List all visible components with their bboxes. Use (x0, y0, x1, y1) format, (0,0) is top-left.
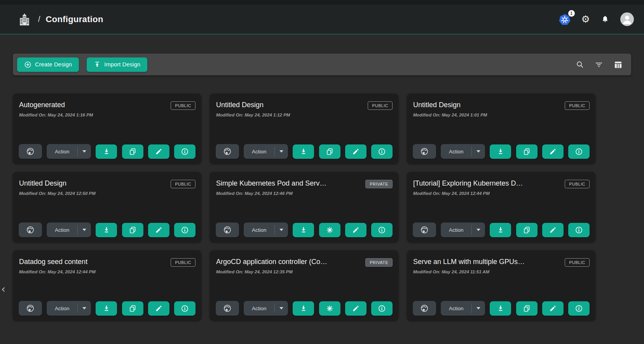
info-icon (378, 304, 386, 313)
visibility-badge: PUBLIC (565, 180, 590, 188)
card-actions: Action (216, 301, 393, 316)
modified-on-text: Modified On: May 24, 2024 12:44 PM (19, 269, 195, 274)
info-button[interactable] (371, 223, 393, 237)
gear-icon[interactable]: ⚙ (581, 14, 590, 24)
action-split-button[interactable]: Action (244, 144, 288, 159)
download-icon (300, 304, 307, 312)
visibility-globe-button[interactable] (216, 222, 239, 237)
download-button[interactable] (490, 223, 511, 237)
action-dropdown-toggle[interactable] (472, 229, 485, 231)
info-icon (378, 148, 386, 156)
action-dropdown-toggle[interactable] (78, 150, 91, 153)
clone-button[interactable] (122, 223, 143, 237)
globe-icon (223, 147, 232, 156)
table-view-icon[interactable] (614, 60, 623, 69)
visibility-globe-button[interactable] (413, 301, 436, 316)
download-button[interactable] (293, 301, 314, 316)
action-button-label: Action (441, 149, 471, 155)
info-button[interactable] (568, 223, 590, 237)
action-split-button[interactable]: Action (47, 222, 91, 237)
edit-icon (549, 305, 557, 312)
action-split-button[interactable]: Action (47, 144, 91, 159)
info-button[interactable] (174, 223, 195, 237)
action-button-label: Action (244, 227, 274, 233)
chevron-left-icon[interactable]: ‹ (1, 284, 5, 295)
action-button-label: Action (244, 306, 274, 311)
action-button-label: Action (47, 149, 77, 155)
building-icon[interactable] (19, 13, 31, 26)
download-button[interactable] (490, 144, 511, 159)
action-split-button[interactable]: Action (47, 301, 91, 316)
action-dropdown-toggle[interactable] (472, 307, 485, 309)
download-button[interactable] (96, 144, 117, 159)
visibility-globe-button[interactable] (19, 144, 42, 159)
info-button[interactable] (174, 144, 195, 159)
caret-down-icon (82, 229, 86, 231)
edit-button[interactable] (148, 223, 169, 237)
download-button[interactable] (490, 301, 511, 316)
download-button[interactable] (293, 223, 314, 237)
edit-button[interactable] (542, 144, 564, 159)
modified-on-text: Modified On: May 24, 2024 11:51 AM (413, 269, 589, 274)
action-dropdown-toggle[interactable] (78, 229, 91, 231)
edit-icon (352, 148, 360, 155)
clone-button[interactable] (516, 223, 538, 237)
edit-button[interactable] (542, 301, 564, 316)
modified-on-text: Modified On: May 24, 2024 12:46 PM (216, 191, 392, 196)
clone-button[interactable] (122, 301, 143, 316)
info-button[interactable] (568, 144, 590, 159)
download-button[interactable] (96, 301, 117, 316)
clone-button[interactable] (319, 223, 340, 237)
modified-on-text: Modified On: May 24, 2024 1:12 PM (216, 113, 392, 117)
action-dropdown-toggle[interactable] (78, 307, 91, 309)
edit-button[interactable] (345, 301, 367, 316)
action-split-button[interactable]: Action (441, 144, 485, 159)
visibility-globe-button[interactable] (19, 301, 42, 316)
edit-button[interactable] (345, 144, 367, 159)
action-split-button[interactable]: Action (441, 301, 485, 316)
clone-button[interactable] (319, 144, 340, 159)
edit-button[interactable] (345, 223, 367, 237)
visibility-globe-button[interactable] (413, 222, 436, 237)
info-button[interactable] (174, 301, 195, 316)
design-title: Simple Kubernetes Pod and Serv… (216, 179, 356, 188)
action-split-button[interactable]: Action (441, 222, 485, 237)
visibility-globe-button[interactable] (413, 144, 436, 159)
copy-icon (523, 304, 531, 313)
action-dropdown-toggle[interactable] (275, 229, 288, 231)
info-button[interactable] (371, 301, 393, 316)
visibility-globe-button[interactable] (216, 144, 239, 159)
avatar[interactable] (620, 12, 634, 26)
action-dropdown-toggle[interactable] (275, 150, 288, 153)
download-icon (300, 226, 307, 234)
search-icon[interactable] (576, 60, 584, 69)
caret-down-icon (476, 150, 480, 153)
design-card: Untitled Design PUBLIC Modified On: May … (210, 94, 398, 164)
card-actions: Action (19, 144, 195, 159)
download-button[interactable] (96, 223, 117, 237)
visibility-globe-button[interactable] (216, 301, 239, 316)
design-title: Serve an LLM with multiple GPUs… (413, 258, 553, 266)
edit-button[interactable] (148, 144, 169, 159)
edit-icon (155, 305, 162, 312)
action-split-button[interactable]: Action (244, 222, 288, 237)
import-design-button[interactable]: Import Design (87, 57, 147, 72)
edit-button[interactable] (542, 223, 564, 237)
action-dropdown-toggle[interactable] (472, 150, 485, 153)
clone-button[interactable] (516, 301, 538, 316)
clone-button[interactable] (319, 301, 340, 316)
clone-button[interactable] (516, 144, 538, 159)
download-button[interactable] (293, 144, 314, 159)
clone-button[interactable] (122, 144, 143, 159)
filter-icon[interactable] (595, 60, 603, 69)
kubernetes-icon[interactable]: 1 (559, 14, 571, 25)
download-icon (497, 304, 504, 312)
create-design-button[interactable]: Create Design (17, 57, 79, 72)
info-button[interactable] (568, 301, 590, 316)
info-button[interactable] (371, 144, 393, 159)
bell-icon[interactable] (601, 15, 609, 24)
action-split-button[interactable]: Action (244, 301, 288, 316)
action-dropdown-toggle[interactable] (275, 307, 288, 309)
visibility-globe-button[interactable] (19, 222, 42, 237)
edit-button[interactable] (148, 301, 169, 316)
